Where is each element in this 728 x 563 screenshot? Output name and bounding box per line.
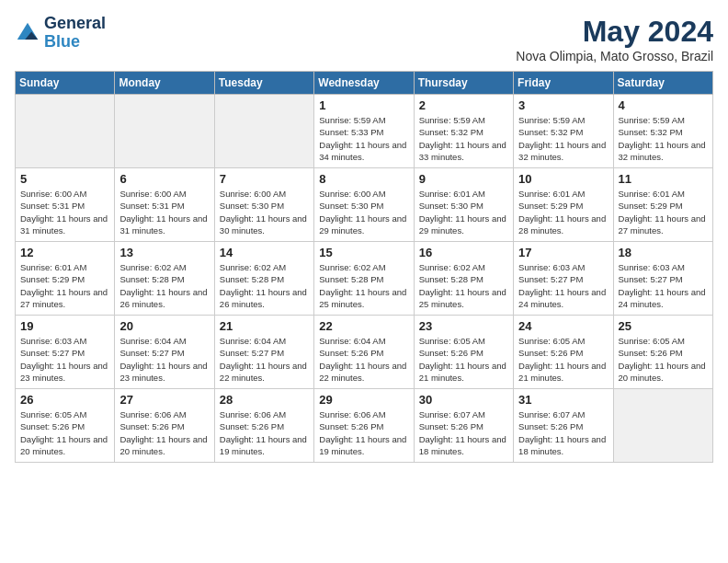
- col-header-saturday: Saturday: [613, 72, 712, 95]
- calendar-cell: 27Sunrise: 6:06 AMSunset: 5:26 PMDayligh…: [115, 389, 214, 463]
- day-number: 9: [419, 172, 508, 186]
- calendar-cell: [214, 95, 313, 168]
- day-info: Sunrise: 6:07 AMSunset: 5:26 PMDaylight:…: [419, 408, 508, 457]
- day-info: Sunrise: 5:59 AMSunset: 5:32 PMDaylight:…: [518, 114, 608, 163]
- day-info: Sunrise: 6:03 AMSunset: 5:27 PMDaylight:…: [20, 335, 109, 384]
- day-number: 31: [518, 393, 608, 407]
- day-number: 26: [20, 393, 109, 407]
- day-info: Sunrise: 6:05 AMSunset: 5:26 PMDaylight:…: [20, 408, 109, 457]
- day-number: 30: [419, 393, 508, 407]
- col-header-sunday: Sunday: [16, 72, 115, 95]
- calendar-cell: 14Sunrise: 6:02 AMSunset: 5:28 PMDayligh…: [214, 242, 313, 316]
- calendar-cell: 26Sunrise: 6:05 AMSunset: 5:26 PMDayligh…: [16, 389, 115, 463]
- calendar-cell: 18Sunrise: 6:03 AMSunset: 5:27 PMDayligh…: [613, 242, 712, 316]
- calendar-cell: 2Sunrise: 5:59 AMSunset: 5:32 PMDaylight…: [414, 95, 513, 168]
- logo-icon: [15, 20, 40, 46]
- calendar-cell: 22Sunrise: 6:04 AMSunset: 5:26 PMDayligh…: [314, 316, 414, 389]
- day-info: Sunrise: 6:01 AMSunset: 5:30 PMDaylight:…: [419, 188, 508, 236]
- day-number: 4: [619, 98, 708, 112]
- title-block: May 2024 Nova Olimpia, Mato Grosso, Braz…: [516, 15, 713, 63]
- calendar-table: SundayMondayTuesdayWednesdayThursdayFrid…: [15, 71, 713, 463]
- calendar-cell: [16, 95, 115, 168]
- day-info: Sunrise: 6:02 AMSunset: 5:28 PMDaylight:…: [419, 261, 508, 310]
- day-number: 2: [419, 98, 508, 112]
- calendar-cell: 9Sunrise: 6:01 AMSunset: 5:30 PMDaylight…: [414, 168, 513, 242]
- day-info: Sunrise: 5:59 AMSunset: 5:32 PMDaylight:…: [419, 114, 508, 163]
- day-info: Sunrise: 6:00 AMSunset: 5:30 PMDaylight:…: [220, 188, 309, 236]
- day-number: 6: [119, 172, 209, 186]
- day-number: 27: [119, 393, 209, 407]
- logo-text: General Blue: [44, 15, 106, 52]
- day-number: 8: [319, 172, 408, 186]
- col-header-monday: Monday: [115, 72, 214, 95]
- calendar-cell: 20Sunrise: 6:04 AMSunset: 5:27 PMDayligh…: [115, 316, 214, 389]
- day-info: Sunrise: 5:59 AMSunset: 5:33 PMDaylight:…: [319, 114, 408, 163]
- calendar-header-row: SundayMondayTuesdayWednesdayThursdayFrid…: [16, 72, 713, 95]
- day-info: Sunrise: 6:05 AMSunset: 5:26 PMDaylight:…: [619, 335, 708, 384]
- day-info: Sunrise: 6:00 AMSunset: 5:31 PMDaylight:…: [20, 188, 109, 236]
- day-info: Sunrise: 6:05 AMSunset: 5:26 PMDaylight:…: [419, 335, 508, 384]
- calendar-cell: 8Sunrise: 6:00 AMSunset: 5:30 PMDaylight…: [314, 168, 414, 242]
- calendar-cell: 23Sunrise: 6:05 AMSunset: 5:26 PMDayligh…: [414, 316, 513, 389]
- calendar-cell: [613, 389, 712, 463]
- col-header-tuesday: Tuesday: [214, 72, 313, 95]
- month-title: May 2024: [516, 15, 713, 49]
- calendar-cell: 3Sunrise: 5:59 AMSunset: 5:32 PMDaylight…: [514, 95, 613, 168]
- day-info: Sunrise: 6:03 AMSunset: 5:27 PMDaylight:…: [518, 261, 608, 310]
- calendar-cell: 5Sunrise: 6:00 AMSunset: 5:31 PMDaylight…: [16, 168, 115, 242]
- calendar-cell: 28Sunrise: 6:06 AMSunset: 5:26 PMDayligh…: [214, 389, 313, 463]
- day-info: Sunrise: 6:01 AMSunset: 5:29 PMDaylight:…: [518, 188, 608, 236]
- day-info: Sunrise: 6:04 AMSunset: 5:27 PMDaylight:…: [220, 335, 309, 384]
- col-header-wednesday: Wednesday: [314, 72, 414, 95]
- day-info: Sunrise: 6:01 AMSunset: 5:29 PMDaylight:…: [20, 261, 109, 310]
- day-number: 21: [220, 319, 309, 333]
- calendar-cell: 13Sunrise: 6:02 AMSunset: 5:28 PMDayligh…: [115, 242, 214, 316]
- calendar-cell: 17Sunrise: 6:03 AMSunset: 5:27 PMDayligh…: [514, 242, 613, 316]
- day-number: 16: [419, 246, 508, 259]
- day-number: 23: [419, 319, 508, 333]
- day-number: 15: [319, 246, 408, 259]
- week-row-3: 19Sunrise: 6:03 AMSunset: 5:27 PMDayligh…: [16, 316, 713, 389]
- day-info: Sunrise: 6:03 AMSunset: 5:27 PMDaylight:…: [619, 261, 708, 310]
- day-info: Sunrise: 5:59 AMSunset: 5:32 PMDaylight:…: [619, 114, 708, 163]
- day-info: Sunrise: 6:02 AMSunset: 5:28 PMDaylight:…: [119, 261, 209, 310]
- calendar-cell: 19Sunrise: 6:03 AMSunset: 5:27 PMDayligh…: [16, 316, 115, 389]
- day-number: 3: [518, 98, 608, 112]
- day-info: Sunrise: 6:01 AMSunset: 5:29 PMDaylight:…: [619, 188, 708, 236]
- calendar-cell: 11Sunrise: 6:01 AMSunset: 5:29 PMDayligh…: [613, 168, 712, 242]
- calendar-cell: 29Sunrise: 6:06 AMSunset: 5:26 PMDayligh…: [314, 389, 414, 463]
- day-number: 5: [20, 172, 109, 186]
- week-row-1: 5Sunrise: 6:00 AMSunset: 5:31 PMDaylight…: [16, 168, 713, 242]
- location: Nova Olimpia, Mato Grosso, Brazil: [516, 49, 713, 63]
- calendar-cell: 25Sunrise: 6:05 AMSunset: 5:26 PMDayligh…: [613, 316, 712, 389]
- day-number: 19: [20, 319, 109, 333]
- calendar-cell: 31Sunrise: 6:07 AMSunset: 5:26 PMDayligh…: [514, 389, 613, 463]
- calendar-cell: 10Sunrise: 6:01 AMSunset: 5:29 PMDayligh…: [514, 168, 613, 242]
- day-number: 17: [518, 246, 608, 259]
- calendar-cell: 4Sunrise: 5:59 AMSunset: 5:32 PMDaylight…: [613, 95, 712, 168]
- day-info: Sunrise: 6:04 AMSunset: 5:26 PMDaylight:…: [319, 335, 408, 384]
- day-info: Sunrise: 6:06 AMSunset: 5:26 PMDaylight:…: [319, 408, 408, 457]
- calendar-cell: 16Sunrise: 6:02 AMSunset: 5:28 PMDayligh…: [414, 242, 513, 316]
- col-header-friday: Friday: [514, 72, 613, 95]
- calendar-cell: [115, 95, 214, 168]
- day-info: Sunrise: 6:07 AMSunset: 5:26 PMDaylight:…: [518, 408, 608, 457]
- day-number: 28: [220, 393, 309, 407]
- calendar-cell: 6Sunrise: 6:00 AMSunset: 5:31 PMDaylight…: [115, 168, 214, 242]
- day-number: 24: [518, 319, 608, 333]
- calendar-cell: 7Sunrise: 6:00 AMSunset: 5:30 PMDaylight…: [214, 168, 313, 242]
- week-row-0: 1Sunrise: 5:59 AMSunset: 5:33 PMDaylight…: [16, 95, 713, 168]
- calendar-cell: 24Sunrise: 6:05 AMSunset: 5:26 PMDayligh…: [514, 316, 613, 389]
- col-header-thursday: Thursday: [414, 72, 513, 95]
- day-info: Sunrise: 6:04 AMSunset: 5:27 PMDaylight:…: [119, 335, 209, 384]
- day-number: 10: [518, 172, 608, 186]
- day-number: 20: [119, 319, 209, 333]
- day-number: 1: [319, 98, 408, 112]
- day-number: 18: [619, 246, 708, 259]
- day-info: Sunrise: 6:00 AMSunset: 5:31 PMDaylight:…: [119, 188, 209, 236]
- day-number: 29: [319, 393, 408, 407]
- calendar-cell: 1Sunrise: 5:59 AMSunset: 5:33 PMDaylight…: [314, 95, 414, 168]
- week-row-2: 12Sunrise: 6:01 AMSunset: 5:29 PMDayligh…: [16, 242, 713, 316]
- day-number: 13: [119, 246, 209, 259]
- day-number: 7: [220, 172, 309, 186]
